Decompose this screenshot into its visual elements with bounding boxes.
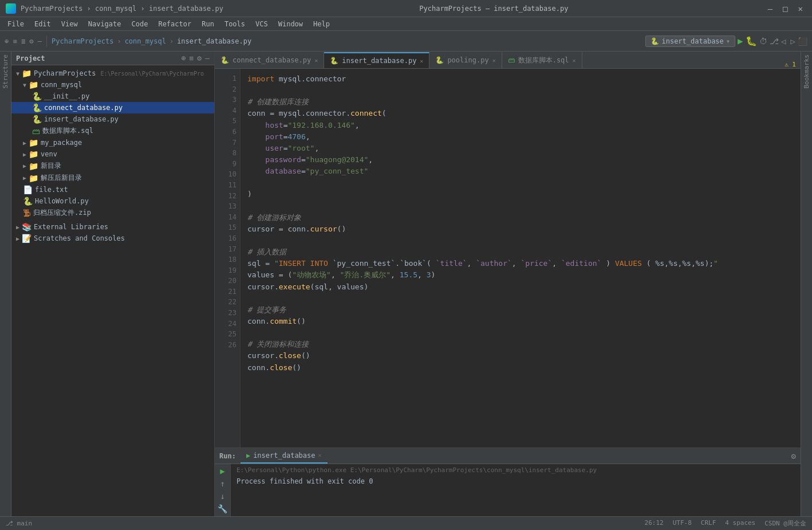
run-config-name: insert_database <box>661 37 723 45</box>
menu-edit[interactable]: Edit <box>30 19 56 29</box>
run-config-selector[interactable]: 🐍 insert_database ▾ <box>645 36 735 47</box>
line-col-indicator[interactable]: 26:12 <box>645 519 664 528</box>
run-button[interactable]: ▶ <box>738 36 743 46</box>
tabs-bar: 🐍 connect_database.py ✕ 🐍 insert_databas… <box>215 52 801 69</box>
code-content[interactable]: import mysql.connector # 创建数据库连接 conn = … <box>241 69 801 447</box>
tree-item-connect-db[interactable]: 🐍 connect_database.py <box>11 102 214 113</box>
run-play-button[interactable]: ▶ <box>220 466 224 476</box>
menu-window[interactable]: Window <box>274 19 308 29</box>
tree-item-label: __init__.py <box>44 92 89 100</box>
tab-close-button[interactable]: ✕ <box>492 57 496 64</box>
tree-item-file-txt[interactable]: 📄 file.txt <box>11 184 214 195</box>
tree-item-ext-libs[interactable]: ▶ 📚 External Libraries <box>11 221 214 233</box>
menu-view[interactable]: View <box>57 19 82 29</box>
menu-file[interactable]: File <box>3 19 29 29</box>
minimize-button[interactable]: – <box>764 3 776 14</box>
settings-gear-icon[interactable]: ⚙ <box>791 452 796 461</box>
tree-item-init-py[interactable]: 🐍 __init__.py <box>11 91 214 102</box>
code-line-4: conn = mysql.connector.connect( <box>247 108 794 119</box>
breadcrumb-sep1: › <box>117 37 121 45</box>
code-editor[interactable]: 1 2 3 4 5 6 7 8 9 10 11 12 13 14 15 16 1… <box>215 69 801 447</box>
run-with-coverage[interactable]: ⏱ <box>759 37 767 46</box>
code-line-23 <box>247 327 794 339</box>
main-content: Structure Project ⊕ ≡ ⚙ — ▼ 📁 PycharmPro… <box>0 52 812 516</box>
py-file-icon: 🐍 <box>23 197 33 206</box>
scratches-icon: 📝 <box>22 234 31 243</box>
menu-tools[interactable]: Tools <box>220 19 250 29</box>
debug-button[interactable]: 🐛 <box>746 36 757 46</box>
tab-insert-database[interactable]: 🐍 insert_database.py ✕ <box>324 52 429 68</box>
line-numbers: 1 2 3 4 5 6 7 8 9 10 11 12 13 14 15 16 1… <box>215 69 241 447</box>
menu-run[interactable]: Run <box>197 19 219 29</box>
close-button[interactable]: ✕ <box>795 3 806 14</box>
run-filter-button[interactable]: 🔧 <box>218 504 227 513</box>
settings-button[interactable]: ◁ ▷ <box>781 37 795 46</box>
indent-indicator[interactable]: 4 spaces <box>725 519 755 528</box>
zip-file-icon: 🗜 <box>23 209 31 218</box>
tree-item-new-dir[interactable]: ▶ 📁 新目录 <box>11 160 214 172</box>
title-bar: PycharmProjects › conn_mysql › insert_da… <box>0 0 812 17</box>
warning-indicator: ⚠ 1 <box>785 61 796 68</box>
tree-item-zip[interactable]: 🗜 归档压缩文件.zip <box>11 207 214 219</box>
tree-item-venv[interactable]: ▶ 📁 venv <box>11 148 214 160</box>
tab-connect-database[interactable]: 🐍 connect_database.py ✕ <box>215 52 324 68</box>
py-file-icon: 🐍 <box>32 115 42 124</box>
git-button[interactable]: ⎇ <box>770 37 779 46</box>
tab-sql[interactable]: 🗃 数据库脚本.sql ✕ <box>502 52 582 68</box>
code-line-22: conn.commit() <box>247 316 794 327</box>
py-file-icon: 🐍 <box>32 92 42 101</box>
breadcrumb-file: insert_database.py <box>177 37 251 45</box>
run-content: ▶ ↑ ↓ 🔧 ⊝ E:\Personal\Python\python.exe … <box>215 464 801 516</box>
tab-close-button[interactable]: ✕ <box>420 58 423 64</box>
code-line-2 <box>247 85 794 96</box>
tree-item-helloworld[interactable]: 🐍 HelloWorld.py <box>11 195 214 207</box>
tree-item-unzip-dir[interactable]: ▶ 📁 解压后新目录 <box>11 172 214 184</box>
tab-close-button[interactable]: ✕ <box>314 57 318 64</box>
bookmarks-panel[interactable]: Bookmarks <box>801 52 812 516</box>
run-output-text: Process finished with exit code 0 <box>236 477 795 485</box>
code-line-20 <box>247 293 794 304</box>
run-down-button[interactable]: ↓ <box>220 492 224 501</box>
project-icon-close[interactable]: — <box>205 54 210 62</box>
tab-pooling[interactable]: 🐍 pooling.py ✕ <box>429 52 502 68</box>
code-line-25: cursor.close() <box>247 350 794 362</box>
menu-refactor[interactable]: Refactor <box>153 19 196 29</box>
bookmarks-tab-label[interactable]: Bookmarks <box>803 54 810 89</box>
tab-label: connect_database.py <box>232 56 311 64</box>
pycharm-logo <box>6 3 16 14</box>
code-line-3: # 创建数据库连接 <box>247 96 794 108</box>
run-tab-close[interactable]: ✕ <box>318 452 322 458</box>
structure-panel[interactable]: Structure <box>0 52 11 516</box>
tree-item-label: 解压后新目录 <box>41 173 82 183</box>
tab-icon: 🐍 <box>330 57 338 65</box>
title-bar-center: PycharmProjects – insert_database.py <box>419 5 568 13</box>
ext-libs-icon: 📚 <box>22 222 31 231</box>
menu-code[interactable]: Code <box>127 19 153 29</box>
maximize-button[interactable]: □ <box>779 3 791 14</box>
folder-icon: 📁 <box>29 150 38 159</box>
run-tab-insert[interactable]: ▶ insert_database ✕ <box>241 449 328 464</box>
structure-tab-label[interactable]: Structure <box>2 54 9 89</box>
breadcrumb-project: PycharmProjects <box>52 37 113 45</box>
project-icon-locate[interactable]: ⊕ <box>182 54 186 62</box>
encoding-indicator[interactable]: UTF-8 <box>673 519 692 528</box>
tree-item-sql[interactable]: 🗃 数据库脚本.sql <box>11 125 214 137</box>
split-button[interactable]: ⬛ <box>798 37 807 46</box>
tree-item-my-package[interactable]: ▶ 📁 my_package <box>11 137 214 148</box>
tree-item-insert-db[interactable]: 🐍 insert_database.py <box>11 113 214 125</box>
tree-item-conn-mysql[interactable]: ▼ 📁 conn_mysql <box>11 79 214 91</box>
menu-help[interactable]: Help <box>309 19 334 29</box>
code-line-10 <box>247 177 794 189</box>
project-icon-options[interactable]: ⚙ <box>197 54 202 62</box>
tree-item-pycharmprojects[interactable]: ▼ 📁 PycharmProjects E:\Personal\PyCharm\… <box>11 68 214 79</box>
project-icon-collapse[interactable]: ≡ <box>190 54 194 62</box>
expand-icon: ▶ <box>23 140 26 146</box>
tab-close-button[interactable]: ✕ <box>573 57 576 64</box>
menu-vcs[interactable]: VCS <box>251 19 273 29</box>
menu-navigate[interactable]: Navigate <box>84 19 126 29</box>
line-separator-indicator[interactable]: CRLF <box>701 519 716 528</box>
tree-item-label: insert_database.py <box>44 115 119 123</box>
run-up-button[interactable]: ↑ <box>220 479 224 488</box>
tree-item-scratches[interactable]: ▶ 📝 Scratches and Consoles <box>11 233 214 244</box>
folder-icon: 📁 <box>29 162 38 171</box>
